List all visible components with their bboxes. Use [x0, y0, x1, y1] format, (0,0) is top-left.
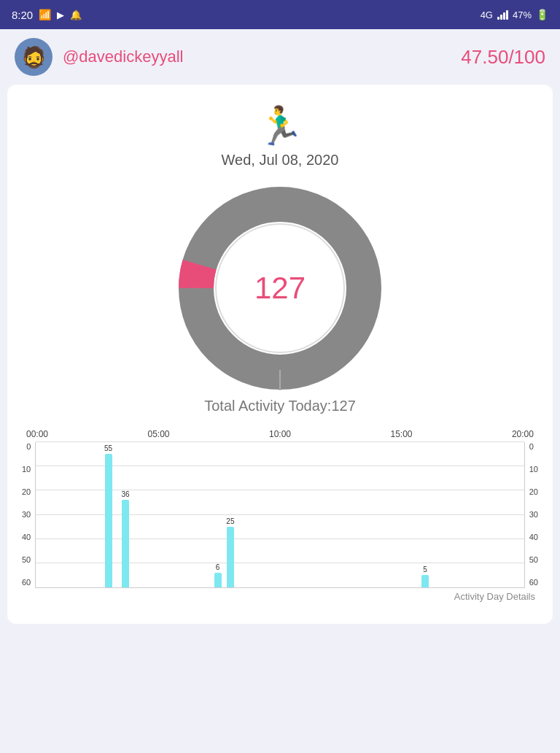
y-right-0: 60	[529, 578, 538, 587]
username-label: @davedickeyyall	[63, 47, 183, 66]
bar-6: 6	[214, 563, 222, 587]
x-label-2: 10:00	[269, 429, 291, 439]
x-label-0: 00:00	[26, 429, 48, 439]
bar-label-36: 36	[121, 490, 129, 498]
activity-header: 🏃‍♂️ Wed, Jul 08, 2020	[22, 99, 538, 171]
bar-rect-5	[421, 575, 429, 587]
bar-chart-area: 00:00 05:00 10:00 15:00 20:00 60 50 40 3…	[22, 429, 538, 617]
donut-chart-container: 127	[22, 186, 538, 390]
total-activity-label: Total Activity Today:127	[22, 398, 538, 414]
bar-label-6: 6	[216, 563, 220, 571]
y-right-5: 10	[529, 465, 538, 474]
bar-36: 36	[121, 490, 129, 587]
status-bar: 8:20 📶 ▶ 🔔 4G 47% 🔋	[0, 0, 560, 29]
status-right: 4G 47% 🔋	[481, 9, 548, 20]
score-display: 47.50/100	[461, 46, 545, 69]
main-card: 🏃‍♂️ Wed, Jul 08, 2020 127 Total	[7, 85, 553, 624]
avatar[interactable]: 🧔	[15, 38, 52, 76]
donut-chart: 127	[178, 186, 382, 390]
signal-bars-icon	[497, 9, 508, 20]
y-right-4: 20	[529, 487, 538, 496]
status-left: 8:20 📶 ▶ 🔔	[12, 9, 82, 21]
bar-label-55: 55	[104, 444, 112, 452]
notification-icon: 🔔	[70, 9, 82, 20]
wifi-icon: 📶	[39, 9, 51, 20]
chart-x-labels: 00:00 05:00 10:00 15:00 20:00	[22, 429, 538, 439]
bar-25: 25	[226, 517, 234, 587]
y-right-6: 0	[529, 442, 538, 451]
chart-grid: 55 36 6 25	[35, 442, 525, 588]
x-label-4: 20:00	[512, 429, 534, 439]
y-left-2: 40	[22, 533, 31, 541]
data-icon: 4G	[481, 9, 493, 20]
bar-rect-6	[214, 573, 222, 587]
y-left-4: 20	[22, 487, 31, 496]
y-left-1: 50	[22, 555, 31, 564]
bar-label-5: 5	[423, 565, 427, 574]
battery-icon: 🔋	[536, 9, 548, 20]
bar-label-25: 25	[226, 517, 234, 525]
y-axis-left: 60 50 40 30 20 10 0	[22, 442, 31, 588]
chart-caption: Activity Day Details	[22, 591, 538, 602]
bar-rect-55	[105, 454, 112, 587]
y-axis-right: 60 50 40 30 20 10 0	[529, 442, 538, 588]
bar-rect-25	[227, 527, 234, 587]
chart-body: 60 50 40 30 20 10 0	[22, 442, 538, 588]
date-label: Wed, Jul 08, 2020	[222, 152, 339, 169]
bar-rect-36	[122, 500, 129, 587]
app-header: 🧔 @davedickeyyall 47.50/100	[0, 29, 560, 85]
media-icon: ▶	[57, 9, 64, 20]
header-left: 🧔 @davedickeyyall	[15, 38, 183, 76]
battery-display: 47%	[513, 9, 532, 20]
x-label-1: 05:00	[147, 429, 169, 439]
time-display: 8:20	[12, 9, 33, 21]
donut-center-value: 127	[254, 271, 306, 306]
y-left-3: 30	[22, 510, 31, 519]
running-icon: 🏃‍♂️	[257, 107, 304, 144]
y-left-6: 0	[22, 442, 31, 451]
y-left-0: 60	[22, 578, 31, 587]
bars-container: 55 36 6 25	[36, 442, 524, 587]
y-right-3: 30	[529, 510, 538, 519]
bar-5: 5	[421, 565, 429, 587]
y-right-1: 50	[529, 555, 538, 564]
x-label-3: 15:00	[390, 429, 412, 439]
total-value: 127	[331, 398, 355, 414]
y-left-5: 10	[22, 465, 31, 474]
y-right-2: 40	[529, 533, 538, 541]
bar-55: 55	[104, 444, 112, 587]
